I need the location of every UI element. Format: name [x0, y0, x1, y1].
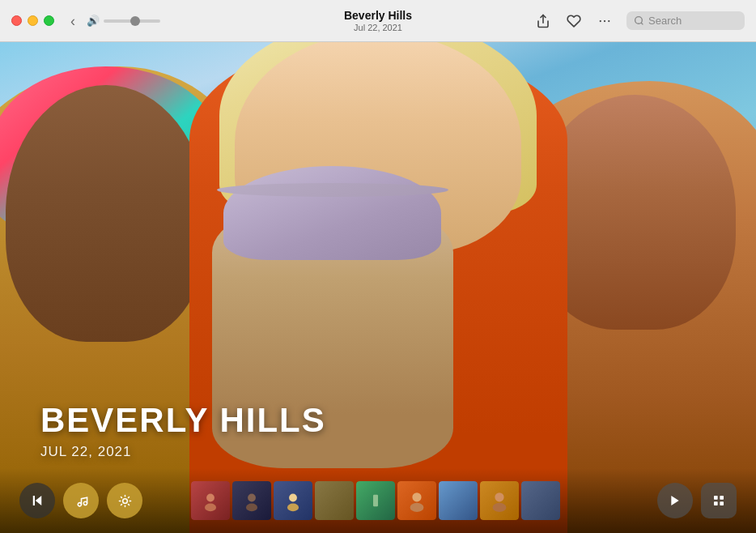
- svg-point-11: [206, 494, 214, 502]
- photo-main: BEVERLY HILLS JUL 22, 2021: [0, 42, 756, 533]
- controls-right: [657, 483, 737, 518]
- svg-point-4: [635, 17, 643, 24]
- film-thumb-8[interactable]: [480, 481, 519, 520]
- svg-point-3: [600, 19, 601, 21]
- svg-point-13: [248, 494, 256, 502]
- volume-control: 🔊: [87, 15, 160, 27]
- svg-point-16: [287, 504, 299, 512]
- volume-thumb: [130, 16, 140, 26]
- film-thumb-4[interactable]: [315, 481, 354, 520]
- titlebar: ‹ 🔊 Beverly Hills Jul 22, 2021: [0, 0, 756, 42]
- titlebar-title: Beverly Hills: [344, 9, 412, 23]
- film-thumb-1[interactable]: [191, 481, 230, 520]
- svg-point-21: [493, 503, 507, 512]
- person-left-face: [6, 85, 206, 342]
- favorite-button[interactable]: [565, 12, 583, 30]
- traffic-lights: [11, 15, 54, 26]
- svg-rect-17: [373, 495, 378, 506]
- music-button[interactable]: [63, 483, 99, 518]
- svg-point-20: [495, 492, 503, 501]
- titlebar-date: Jul 22, 2021: [344, 23, 412, 32]
- more-button[interactable]: [596, 12, 614, 30]
- svg-rect-23: [714, 496, 718, 500]
- film-thumb-2[interactable]: [232, 481, 271, 520]
- volume-slider[interactable]: [104, 19, 160, 23]
- svg-marker-6: [36, 496, 42, 505]
- svg-point-10: [122, 498, 127, 503]
- search-box[interactable]: [626, 11, 745, 30]
- close-button[interactable]: [11, 15, 22, 26]
- svg-rect-7: [33, 496, 35, 505]
- svg-point-12: [205, 504, 216, 512]
- search-input[interactable]: [648, 15, 737, 27]
- svg-point-15: [289, 494, 297, 502]
- person-front-hat-brim: [217, 183, 448, 197]
- skip-back-button[interactable]: [19, 483, 55, 518]
- filter-button[interactable]: [107, 483, 142, 518]
- titlebar-actions: [534, 11, 745, 30]
- svg-point-1: [604, 19, 605, 21]
- svg-rect-25: [714, 501, 718, 505]
- grid-view-button[interactable]: [701, 483, 737, 518]
- svg-marker-22: [671, 496, 678, 505]
- back-button[interactable]: ‹: [66, 12, 80, 30]
- film-thumb-6[interactable]: [397, 481, 436, 520]
- svg-point-18: [412, 492, 421, 501]
- search-icon: [634, 15, 644, 26]
- svg-point-14: [246, 504, 257, 512]
- play-button[interactable]: [657, 483, 693, 518]
- titlebar-center: Beverly Hills Jul 22, 2021: [344, 9, 412, 32]
- svg-line-5: [641, 23, 643, 24]
- photo-overlay: BEVERLY HILLS JUL 22, 2021: [40, 402, 326, 460]
- filmstrip: [191, 481, 560, 520]
- maximize-button[interactable]: [44, 15, 54, 26]
- film-thumb-5[interactable]: [356, 481, 395, 520]
- film-thumb-3[interactable]: [274, 481, 312, 520]
- svg-rect-26: [720, 501, 724, 505]
- overlay-title: BEVERLY HILLS: [40, 402, 326, 439]
- film-thumb-9[interactable]: [521, 481, 560, 520]
- svg-point-19: [410, 503, 424, 512]
- film-thumb-7[interactable]: [439, 481, 478, 520]
- share-button[interactable]: [534, 12, 552, 30]
- person-front-hat: [223, 166, 441, 261]
- controls-bar: [0, 468, 756, 533]
- svg-rect-24: [720, 496, 724, 500]
- overlay-date: JUL 22, 2021: [40, 444, 326, 460]
- minimize-button[interactable]: [28, 15, 38, 26]
- volume-icon: 🔊: [87, 15, 100, 27]
- svg-point-2: [608, 19, 609, 21]
